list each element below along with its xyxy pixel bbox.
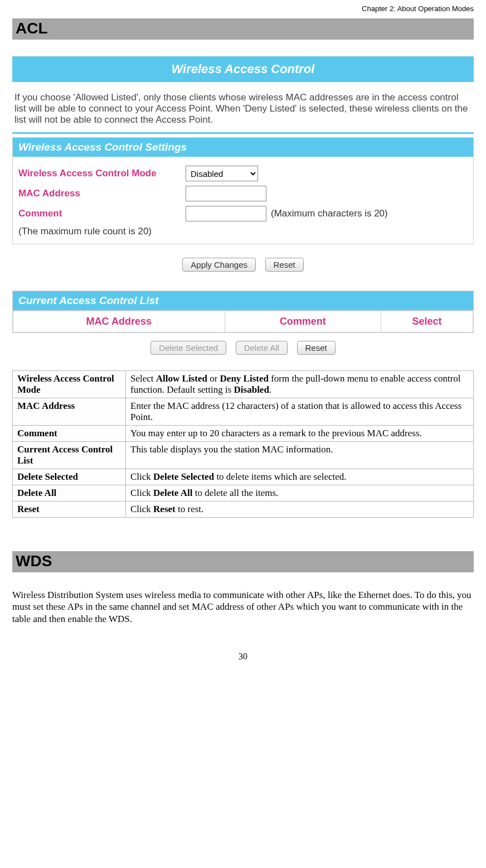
table-row: MAC Address Enter the MAC address (12 ch… <box>13 398 474 426</box>
table-row: Current Access Control List This table d… <box>13 442 474 469</box>
list-button-row: Delete Selected Delete All Reset <box>12 341 474 355</box>
table-row: Wireless Access Control Mode Select Allo… <box>13 371 474 398</box>
page-number: 30 <box>12 652 474 662</box>
table-row: Delete All Click Delete All to delete al… <box>13 485 474 501</box>
row-comment: Comment (Maximum characters is 20) <box>18 206 468 221</box>
settings-panel-header: Wireless Access Control Settings <box>12 137 474 157</box>
input-mac-address[interactable] <box>186 186 266 201</box>
col-mac-address: MAC Address <box>13 311 225 332</box>
input-comment[interactable] <box>186 206 266 221</box>
cell-key: Delete Selected <box>13 469 126 485</box>
current-list-table-wrap: MAC Address Comment Select <box>12 310 474 333</box>
reset-button[interactable]: Reset <box>265 258 304 272</box>
label-mac-address: MAC Address <box>18 188 186 199</box>
wds-paragraph: Wireless Distribution System uses wirele… <box>12 589 474 625</box>
delete-all-button[interactable]: Delete All <box>236 341 288 355</box>
wac-banner-title: Wireless Access Control <box>12 56 474 82</box>
row-mac-address: MAC Address <box>18 186 468 201</box>
wac-intro-text: If you choose 'Allowed Listed', only tho… <box>12 92 474 134</box>
cell-key: Comment <box>13 426 126 442</box>
apply-changes-button[interactable]: Apply Changes <box>182 258 256 272</box>
list-reset-button[interactable]: Reset <box>297 341 336 355</box>
cell-value: You may enter up to 20 characters as a r… <box>126 426 474 442</box>
col-comment: Comment <box>225 311 381 332</box>
rule-count-note: (The maximum rule count is 20) <box>18 226 468 237</box>
table-row: Delete Selected Click Delete Selected to… <box>13 469 474 485</box>
current-list-table: MAC Address Comment Select <box>13 311 473 332</box>
cell-value: Click Reset to rest. <box>126 501 474 518</box>
table-row: Reset Click Reset to rest. <box>13 501 474 518</box>
cell-key: Current Access Control List <box>13 442 126 469</box>
row-access-control-mode: Wireless Access Control Mode Disabled <box>18 166 468 181</box>
cell-value: Enter the MAC address (12 characters) of… <box>126 398 474 426</box>
cell-key: Wireless Access Control Mode <box>13 371 126 398</box>
cell-value: This table displays you the station MAC … <box>126 442 474 469</box>
col-select: Select <box>381 311 473 332</box>
cell-value: Click Delete Selected to delete items wh… <box>126 469 474 485</box>
chapter-header: Chapter 2: About Operation Modes <box>12 4 474 13</box>
current-list-panel-header: Current Access Control List <box>12 291 474 310</box>
table-header-row: MAC Address Comment Select <box>13 311 473 332</box>
select-access-control-mode[interactable]: Disabled <box>186 166 258 181</box>
cell-key: Delete All <box>13 485 126 501</box>
settings-button-row: Apply Changes Reset <box>12 258 474 272</box>
section-heading-wds: WDS <box>12 551 474 572</box>
cell-key: Reset <box>13 501 126 518</box>
section-heading-acl: ACL <box>12 18 474 40</box>
cell-value: Click Delete All to delete all the items… <box>126 485 474 501</box>
cell-key: MAC Address <box>13 398 126 426</box>
table-row: Comment You may enter up to 20 character… <box>13 426 474 442</box>
description-table: Wireless Access Control Mode Select Allo… <box>12 370 474 518</box>
wireless-access-control-figure: Wireless Access Control If you choose 'A… <box>12 56 474 355</box>
settings-panel-body: Wireless Access Control Mode Disabled MA… <box>12 157 474 244</box>
hint-comment-max: (Maximum characters is 20) <box>271 208 388 219</box>
label-access-control-mode: Wireless Access Control Mode <box>18 168 186 179</box>
delete-selected-button[interactable]: Delete Selected <box>150 341 226 355</box>
label-comment: Comment <box>18 208 186 219</box>
cell-value: Select Allow Listed or Deny Listed form … <box>126 371 474 398</box>
